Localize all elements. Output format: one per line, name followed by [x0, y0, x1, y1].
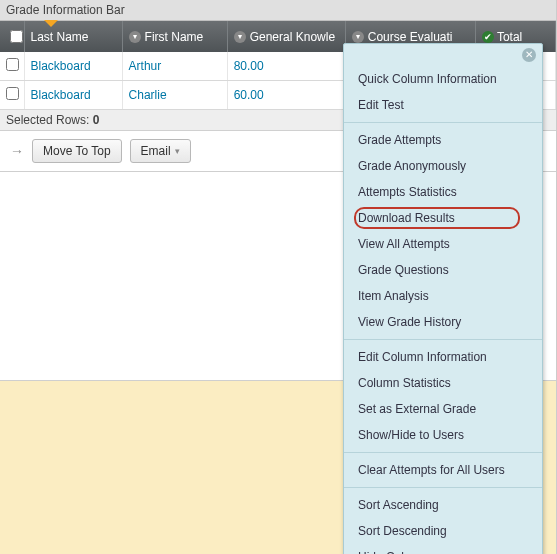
menu-item-label: Grade Anonymously [358, 159, 466, 173]
menu-item-label: Edit Test [358, 98, 404, 112]
menu-item-label: Set as External Grade [358, 402, 476, 416]
menu-item[interactable]: Quick Column Information [344, 66, 542, 92]
menu-separator [344, 122, 542, 123]
menu-item[interactable]: View Grade History [344, 309, 542, 335]
email-button[interactable]: Email ▾ [130, 139, 191, 163]
chevron-down-icon: ▾ [234, 31, 246, 43]
menu-item-label: View All Attempts [358, 237, 450, 251]
menu-item[interactable]: Download Results [344, 205, 542, 231]
cell-grade[interactable]: 80.00 [227, 52, 345, 81]
menu-item-label: Hide Column [358, 550, 427, 554]
row-checkbox[interactable] [6, 87, 19, 100]
menu-item-label: Sort Descending [358, 524, 447, 538]
menu-item-label: Column Statistics [358, 376, 451, 390]
menu-item[interactable]: Edit Column Information [344, 344, 542, 370]
grade-info-bar-title: Grade Information Bar [6, 3, 125, 17]
menu-item[interactable]: Item Analysis [344, 283, 542, 309]
menu-item-label: Grade Questions [358, 263, 449, 277]
menu-item[interactable]: Set as External Grade [344, 396, 542, 422]
selected-rows-label: Selected Rows: [6, 113, 89, 127]
column-header-label: Course Evaluati [368, 30, 453, 44]
menu-item[interactable]: Grade Questions [344, 257, 542, 283]
cell-first-name[interactable]: Arthur [122, 52, 227, 81]
column-header-general-knowledge[interactable]: ▾General Knowle [227, 21, 345, 52]
cell-grade[interactable]: 60.00 [227, 81, 345, 110]
select-all-header[interactable] [0, 21, 24, 52]
chevron-down-icon: ▾ [175, 146, 180, 156]
column-header-label: General Knowle [250, 30, 335, 44]
column-header-label: Last Name [31, 30, 89, 44]
menu-item[interactable]: Sort Descending [344, 518, 542, 544]
close-icon[interactable]: ✕ [522, 48, 536, 62]
selected-rows-count: 0 [93, 113, 100, 127]
cell-last-name[interactable]: Blackboard [24, 81, 122, 110]
expand-arrow-icon [44, 20, 58, 27]
cell-last-name[interactable]: Blackboard [24, 52, 122, 81]
menu-item-label: Grade Attempts [358, 133, 441, 147]
menu-item-label: Clear Attempts for All Users [358, 463, 505, 477]
menu-item-label: Download Results [358, 211, 455, 225]
menu-item[interactable]: Clear Attempts for All Users [344, 457, 542, 483]
select-all-checkbox[interactable] [10, 30, 23, 43]
chevron-down-icon: ▾ [352, 31, 364, 43]
menu-item[interactable]: Edit Test [344, 92, 542, 118]
menu-item-label: Quick Column Information [358, 72, 497, 86]
column-header-last-name[interactable]: Last Name [24, 21, 122, 52]
menu-item-label: Sort Ascending [358, 498, 439, 512]
menu-item[interactable]: Attempts Statistics [344, 179, 542, 205]
column-header-first-name[interactable]: ▾First Name [122, 21, 227, 52]
menu-item-label: Show/Hide to Users [358, 428, 464, 442]
menu-item-label: Attempts Statistics [358, 185, 457, 199]
arrow-right-icon: → [10, 143, 24, 159]
menu-item[interactable]: Hide Column [344, 544, 542, 554]
menu-item[interactable]: Show/Hide to Users [344, 422, 542, 448]
menu-separator [344, 339, 542, 340]
menu-item[interactable]: Grade Anonymously [344, 153, 542, 179]
row-checkbox[interactable] [6, 58, 19, 71]
menu-separator [344, 487, 542, 488]
menu-item[interactable]: Grade Attempts [344, 127, 542, 153]
grade-info-bar[interactable]: Grade Information Bar [0, 0, 556, 21]
chevron-down-icon: ▾ [129, 31, 141, 43]
column-context-menu: ✕ Quick Column InformationEdit TestGrade… [343, 43, 543, 554]
menu-item-label: View Grade History [358, 315, 461, 329]
column-header-label: First Name [145, 30, 204, 44]
menu-separator [344, 452, 542, 453]
menu-item[interactable]: Sort Ascending [344, 492, 542, 518]
menu-item[interactable]: Column Statistics [344, 370, 542, 396]
move-to-top-button[interactable]: Move To Top [32, 139, 122, 163]
cell-first-name[interactable]: Charlie [122, 81, 227, 110]
menu-item-label: Edit Column Information [358, 350, 487, 364]
button-label: Move To Top [43, 144, 111, 158]
column-header-label: Total [497, 30, 522, 44]
check-icon: ✔ [482, 31, 494, 43]
menu-item-label: Item Analysis [358, 289, 429, 303]
menu-item[interactable]: View All Attempts [344, 231, 542, 257]
button-label: Email [141, 144, 171, 158]
